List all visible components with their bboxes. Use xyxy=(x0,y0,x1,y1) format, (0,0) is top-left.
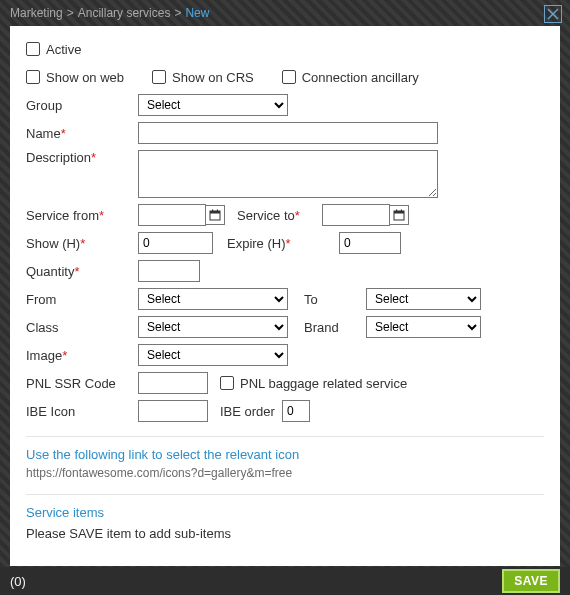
svg-rect-7 xyxy=(394,211,404,214)
icon-link-url[interactable]: https://fontawesome.com/icons?d=gallery&… xyxy=(26,466,544,480)
calendar-icon xyxy=(393,209,405,221)
breadcrumb-marketing[interactable]: Marketing xyxy=(10,6,63,20)
connection-ancillary-checkbox-wrap[interactable]: Connection ancillary xyxy=(282,70,419,85)
service-items-note: Please SAVE item to add sub-items xyxy=(26,526,544,541)
icon-link-title: Use the following link to select the rel… xyxy=(26,447,544,462)
breadcrumb-sep: > xyxy=(67,6,74,20)
group-label: Group xyxy=(26,98,138,113)
brand-select[interactable]: Select xyxy=(366,316,481,338)
description-textarea[interactable] xyxy=(138,150,438,198)
show-crs-label: Show on CRS xyxy=(172,70,254,85)
service-from-label: Service from* xyxy=(26,208,138,223)
show-crs-checkbox[interactable] xyxy=(152,70,166,84)
connection-ancillary-checkbox[interactable] xyxy=(282,70,296,84)
class-label: Class xyxy=(26,320,138,335)
breadcrumb-sep: > xyxy=(174,6,181,20)
ibe-icon-input[interactable] xyxy=(138,400,208,422)
ibe-order-label: IBE order xyxy=(220,404,282,419)
breadcrumb-ancillary[interactable]: Ancillary services xyxy=(78,6,171,20)
save-button[interactable]: SAVE xyxy=(502,569,560,593)
service-items-title: Service items xyxy=(26,505,544,520)
svg-rect-5 xyxy=(217,210,218,213)
from-select[interactable]: Select xyxy=(138,288,288,310)
quantity-input[interactable] xyxy=(138,260,200,282)
quantity-label: Quantity* xyxy=(26,264,138,279)
show-crs-checkbox-wrap[interactable]: Show on CRS xyxy=(152,70,254,85)
image-label: Image* xyxy=(26,348,138,363)
close-icon xyxy=(547,8,559,20)
svg-rect-4 xyxy=(212,210,213,213)
name-input[interactable] xyxy=(138,122,438,144)
svg-rect-8 xyxy=(396,210,397,213)
show-h-label: Show (H)* xyxy=(26,236,138,251)
service-to-input[interactable] xyxy=(322,204,390,226)
pnl-baggage-checkbox[interactable] xyxy=(220,376,234,390)
expire-h-label: Expire (H)* xyxy=(227,236,312,251)
group-select[interactable]: Select xyxy=(138,94,288,116)
pnl-baggage-label: PNL baggage related service xyxy=(240,376,407,391)
show-web-label: Show on web xyxy=(46,70,124,85)
divider xyxy=(26,494,544,495)
show-web-checkbox[interactable] xyxy=(26,70,40,84)
image-select[interactable]: Select xyxy=(138,344,288,366)
ibe-order-input[interactable] xyxy=(282,400,310,422)
breadcrumb-current: New xyxy=(185,6,209,20)
service-from-input[interactable] xyxy=(138,204,206,226)
footer-count: (0) xyxy=(10,574,26,589)
ibe-icon-label: IBE Icon xyxy=(26,404,138,419)
close-button[interactable] xyxy=(544,5,562,23)
active-checkbox[interactable] xyxy=(26,42,40,56)
class-select[interactable]: Select xyxy=(138,316,288,338)
service-to-calendar-button[interactable] xyxy=(389,205,409,225)
svg-rect-9 xyxy=(401,210,402,213)
pnl-ssr-label: PNL SSR Code xyxy=(26,376,138,391)
active-checkbox-wrap[interactable]: Active xyxy=(26,42,81,57)
brand-label: Brand xyxy=(304,320,366,335)
to-select[interactable]: Select xyxy=(366,288,481,310)
show-web-checkbox-wrap[interactable]: Show on web xyxy=(26,70,124,85)
svg-rect-3 xyxy=(210,211,220,214)
breadcrumb: Marketing > Ancillary services > New xyxy=(0,0,570,24)
service-from-calendar-button[interactable] xyxy=(205,205,225,225)
to-label: To xyxy=(304,292,366,307)
name-label: Name* xyxy=(26,126,138,141)
divider xyxy=(26,436,544,437)
description-label: Description* xyxy=(26,150,138,165)
calendar-icon xyxy=(209,209,221,221)
form-panel: Active Show on web Show on CRS Connectio… xyxy=(10,26,560,566)
pnl-baggage-checkbox-wrap[interactable]: PNL baggage related service xyxy=(220,376,407,391)
connection-ancillary-label: Connection ancillary xyxy=(302,70,419,85)
expire-h-input[interactable] xyxy=(339,232,401,254)
from-label: From xyxy=(26,292,138,307)
service-to-label: Service to* xyxy=(237,208,322,223)
pnl-ssr-input[interactable] xyxy=(138,372,208,394)
show-h-input[interactable] xyxy=(138,232,213,254)
footer-bar: (0) SAVE xyxy=(0,567,570,595)
active-label: Active xyxy=(46,42,81,57)
